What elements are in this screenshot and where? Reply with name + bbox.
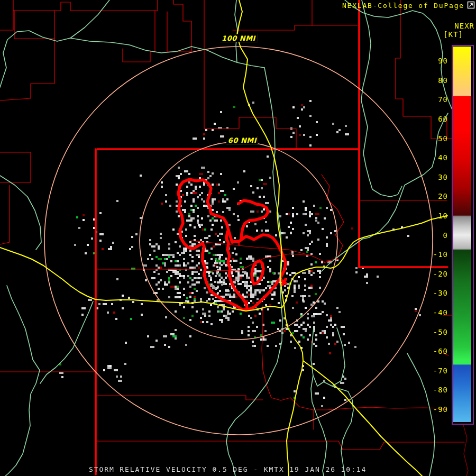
colorbar-tick-label: -70	[433, 367, 448, 375]
county-lines-layer	[0, 0, 469, 476]
river-line	[40, 301, 93, 383]
colorbar-tick-label: -60	[433, 347, 448, 355]
map-overlay	[0, 0, 476, 476]
colorbar-unit-label: [KT]	[443, 30, 463, 39]
storm-contour	[180, 179, 232, 242]
colorbar-tick-label: 20	[438, 192, 448, 200]
range-ring-label: 100 NMI	[220, 34, 257, 42]
county-line	[123, 11, 155, 62]
app-title: NEXLAB-College of DuPage	[342, 2, 464, 10]
storm-contour	[239, 200, 268, 238]
colorbar-tick-label: 60	[438, 115, 448, 123]
county-line	[97, 396, 263, 400]
river-line	[226, 68, 282, 476]
colorbar-tick-label: 80	[438, 76, 448, 85]
colorbar-tick-label: -10	[433, 250, 448, 259]
radar-display: NEXLAB-College of DuPage NEXR [KT] 90807…	[0, 0, 476, 476]
river-line	[345, 0, 453, 112]
river-line	[5, 286, 40, 476]
river-line	[235, 0, 237, 62]
colorbar-tick-label: -30	[433, 289, 448, 297]
county-line	[0, 39, 54, 100]
colorbar-gradient	[453, 47, 471, 422]
county-line	[0, 11, 13, 30]
county-line	[13, 0, 158, 11]
county-line	[190, 241, 311, 255]
colorbar-tick-label: 70	[438, 95, 448, 104]
river-line	[322, 113, 448, 271]
county-line	[262, 327, 447, 410]
county-line	[204, 0, 296, 149]
storm-contour	[226, 232, 247, 308]
external-link-icon[interactable]	[467, 1, 475, 9]
colorbar-tick-label: 50	[438, 134, 448, 143]
river-line	[332, 328, 345, 386]
colorbar-tick-label: -90	[433, 405, 448, 414]
county-line	[97, 441, 464, 450]
county-line	[0, 185, 10, 244]
colorbar-tick-label: -20	[433, 270, 448, 278]
status-bar: STORM RELATIVE VELOCITY 0.5 DEG - KMTX 1…	[89, 465, 367, 473]
colorbar	[452, 45, 474, 425]
river-line	[407, 353, 435, 476]
colorbar-tick-label: 10	[438, 212, 448, 220]
county-line	[233, 25, 358, 30]
river-line	[0, 176, 41, 250]
range-ring-label: 60 NMI	[226, 136, 258, 144]
colorbar-tick-label: -80	[433, 386, 448, 394]
highway-line	[303, 361, 422, 476]
highway-line	[282, 216, 447, 308]
river-line	[311, 328, 348, 391]
colorbar-tick-label: 40	[438, 153, 448, 162]
county-line	[14, 11, 54, 39]
county-line	[97, 269, 239, 271]
storm-contour	[252, 261, 263, 284]
colorbar-tick-label: -40	[433, 308, 448, 317]
colorbar-tick-label: -50	[433, 328, 448, 336]
colorbar-tick-label: 0	[443, 231, 448, 240]
county-line	[322, 175, 344, 263]
colorbar-product-label: NEXR	[454, 22, 474, 30]
county-line	[167, 0, 191, 52]
colorbar-tick-label: 30	[438, 173, 448, 181]
colorbar-tick-label: 90	[438, 57, 448, 65]
highways-layer	[0, 0, 447, 476]
county-line	[0, 152, 31, 182]
